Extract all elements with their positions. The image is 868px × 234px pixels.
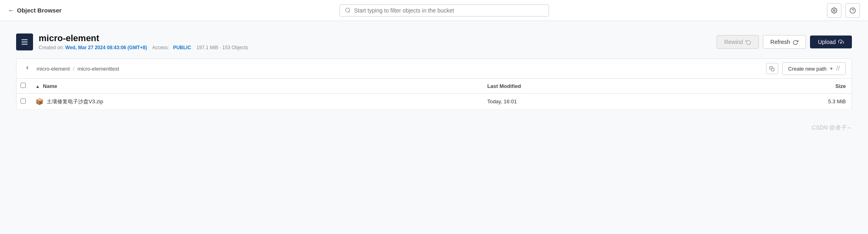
col-name-header[interactable]: ▲ Name xyxy=(30,79,482,94)
bucket-stats: 197.1 MiB · 153 Objects xyxy=(197,45,248,50)
path-back-button[interactable] xyxy=(22,64,33,73)
back-arrow-icon: ← xyxy=(8,7,15,14)
bucket-actions: Rewind Refresh Upload xyxy=(717,35,852,49)
create-new-path-button[interactable]: Create new path // xyxy=(782,62,846,75)
settings-button[interactable] xyxy=(827,3,841,18)
refresh-icon xyxy=(793,39,798,45)
path-segment-1: micro-element xyxy=(37,66,70,72)
search-wrapper xyxy=(68,4,820,17)
create-path-icon xyxy=(829,66,834,71)
settings-icon xyxy=(831,7,837,14)
bucket-icon xyxy=(16,33,33,50)
search-input[interactable] xyxy=(354,7,544,14)
topbar-actions xyxy=(827,3,860,18)
row-name-cell: 📦 土壤修复电子沙盘V3.zip xyxy=(30,94,482,110)
refresh-label: Refresh xyxy=(771,39,790,45)
help-button[interactable] xyxy=(845,3,860,18)
back-link[interactable]: ← Object Browser xyxy=(8,7,62,14)
refresh-button[interactable]: Refresh xyxy=(763,35,806,49)
bucket-name: micro-element xyxy=(39,33,248,44)
upload-icon xyxy=(838,39,844,45)
created-on-value: Wed, Mar 27 2024 08:43:06 (GMT+8) xyxy=(65,45,147,50)
chevron-left-icon xyxy=(25,65,30,71)
created-on-label: Created on: xyxy=(39,45,64,50)
bucket-meta: Created on: Wed, Mar 27 2024 08:43:06 (G… xyxy=(39,45,248,50)
file-list: 📦 土壤修复电子沙盘V3.zip Today, 16:01 5.3 MiB xyxy=(17,94,852,110)
path-bar: micro-element / micro-elementtest Create… xyxy=(16,58,852,79)
copy-icon xyxy=(769,66,775,71)
search-bar xyxy=(340,4,549,17)
upload-label: Upload xyxy=(818,39,836,45)
table-header: ▲ Name Last Modified Size xyxy=(17,79,852,94)
file-name[interactable]: 土壤修复电子沙盘V3.zip xyxy=(47,98,103,105)
file-icon: 📦 xyxy=(35,98,44,105)
back-label: Object Browser xyxy=(17,7,62,14)
row-checkbox-cell xyxy=(17,94,30,110)
table-row: 📦 土壤修复电子沙盘V3.zip Today, 16:01 5.3 MiB xyxy=(17,94,852,110)
row-modified-cell: Today, 16:01 xyxy=(482,94,688,110)
rewind-icon xyxy=(746,39,751,45)
access-value: PUBLIC xyxy=(173,45,191,50)
help-icon xyxy=(849,7,856,14)
watermark: CSDN @鱼干～ xyxy=(0,118,868,136)
rewind-button[interactable]: Rewind xyxy=(717,35,759,49)
search-icon xyxy=(345,7,351,13)
col-modified-header[interactable]: Last Modified xyxy=(482,79,688,94)
file-table: ▲ Name Last Modified Size 📦 土壤修复电子沙盘V3.z… xyxy=(16,79,852,110)
upload-button[interactable]: Upload xyxy=(810,36,852,48)
row-size-cell: 5.3 MiB xyxy=(687,94,851,110)
path-separator: / xyxy=(73,66,75,72)
copy-path-button[interactable] xyxy=(766,63,778,74)
svg-point-0 xyxy=(346,8,350,12)
svg-point-2 xyxy=(833,10,835,11)
svg-line-1 xyxy=(349,11,350,13)
select-all-col xyxy=(17,79,30,94)
sort-arrow-icon: ▲ xyxy=(35,84,40,89)
path-segment-2: micro-elementtest xyxy=(77,66,119,72)
bucket-details: micro-element Created on: Wed, Mar 27 20… xyxy=(39,33,248,50)
access-label: Access: xyxy=(152,45,169,50)
row-checkbox[interactable] xyxy=(21,98,26,104)
main-content: micro-element Created on: Wed, Mar 27 20… xyxy=(0,21,868,118)
bucket-header: micro-element Created on: Wed, Mar 27 20… xyxy=(16,33,852,50)
rewind-label: Rewind xyxy=(724,39,743,45)
path-text: micro-element / micro-elementtest xyxy=(37,66,762,72)
select-all-checkbox[interactable] xyxy=(21,83,26,88)
create-new-path-label: Create new path xyxy=(788,66,827,72)
create-path-decor: // xyxy=(836,65,840,72)
svg-rect-9 xyxy=(771,68,774,71)
topbar: ← Object Browser xyxy=(0,0,868,21)
col-size-header[interactable]: Size xyxy=(687,79,851,94)
bucket-info: micro-element Created on: Wed, Mar 27 20… xyxy=(16,33,248,50)
